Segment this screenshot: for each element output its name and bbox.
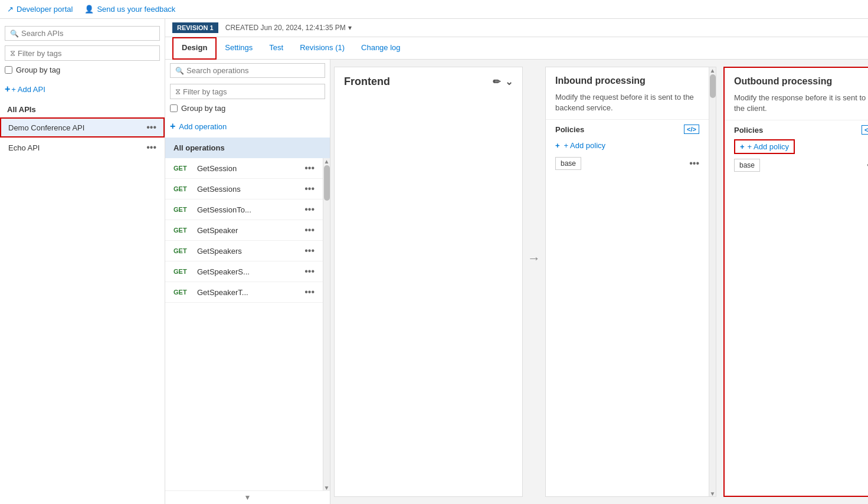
- scrollbar-thumb[interactable]: [324, 165, 330, 201]
- ops-item-getsessions[interactable]: GET GetSessions •••: [165, 179, 323, 199]
- inbound-scroll-down[interactable]: ▼: [710, 492, 716, 495]
- filter-by-tags-field[interactable]: ⧖: [5, 45, 160, 61]
- tab-change-log[interactable]: Change log: [353, 37, 409, 59]
- filter-tags-icon: ⧖: [10, 48, 15, 58]
- tab-test[interactable]: Test: [261, 37, 291, 59]
- sidebar-item-echo-api[interactable]: Echo API •••: [0, 138, 165, 158]
- ops-item-getspeakert[interactable]: GET GetSpeakerT... •••: [165, 282, 323, 303]
- ops-name-getsessionto: GetSessionTo...: [197, 205, 251, 214]
- ops-list: GET GetSession ••• GET GetSessions •••: [165, 158, 323, 490]
- search-apis-input[interactable]: [21, 29, 155, 38]
- filter-tags-input[interactable]: [18, 49, 155, 58]
- scrollbar-up-arrow[interactable]: ▲: [324, 159, 330, 163]
- add-op-icon: +: [170, 121, 175, 132]
- inbound-policy-dots[interactable]: •••: [689, 158, 699, 169]
- tab-revisions[interactable]: Revisions (1): [291, 37, 353, 59]
- inbound-add-policy-button[interactable]: + + Add policy: [555, 139, 699, 152]
- panels-area: Frontend ✏ ⌄ → Inbound processing: [330, 60, 868, 504]
- ops-menu-getsessions[interactable]: •••: [304, 184, 315, 194]
- outbound-base-tag[interactable]: base: [734, 159, 760, 172]
- frontend-chevron-icon[interactable]: ⌄: [505, 76, 513, 87]
- ops-method-getspeaker: GET: [173, 227, 191, 234]
- ops-menu-getsession[interactable]: •••: [304, 163, 315, 174]
- inbound-panel-inner: Inbound processing Modify the request be…: [546, 67, 709, 496]
- frontend-panel-header: Frontend ✏ ⌄: [335, 67, 522, 94]
- outbound-panel-desc: Modify the response before it is sent to…: [725, 93, 868, 120]
- search-operations-input[interactable]: [186, 66, 320, 75]
- ops-item-getsessionto[interactable]: GET GetSessionTo... •••: [165, 199, 323, 220]
- ops-method-getspeakers2: GET: [173, 268, 191, 275]
- sidebar-item-demo-conference-api[interactable]: Demo Conference API •••: [0, 117, 165, 138]
- revision-chevron-icon[interactable]: ▾: [348, 24, 352, 32]
- outbound-policies-header: Policies </>: [734, 125, 868, 135]
- group-by-tag-check[interactable]: [5, 66, 12, 74]
- developer-portal-link[interactable]: ↗ Developer portal: [7, 5, 73, 14]
- ops-menu-getspeakers[interactable]: •••: [304, 246, 315, 256]
- inbound-add-icon: +: [555, 141, 560, 150]
- ops-scroll-area: GET GetSession ••• GET GetSessions •••: [165, 158, 330, 490]
- inbound-panel-desc: Modify the request before it is sent to …: [546, 92, 709, 119]
- filter-ops-icon: ⧖: [175, 87, 181, 96]
- ops-item-getspeakers2[interactable]: GET GetSpeakerS... •••: [165, 261, 323, 282]
- echo-api-label: Echo API: [8, 143, 40, 152]
- all-apis-header: All APIs: [0, 102, 165, 117]
- ops-item-getspeakers[interactable]: GET GetSpeakers •••: [165, 241, 323, 261]
- frontend-panel: Frontend ✏ ⌄: [334, 67, 523, 497]
- ops-name-getsession: GetSession: [197, 164, 237, 173]
- inbound-base-tag[interactable]: base: [555, 157, 581, 170]
- revision-bar: REVISION 1 CREATED Jun 20, 2024, 12:41:3…: [165, 19, 868, 37]
- ops-item-getspeaker[interactable]: GET GetSpeaker •••: [165, 220, 323, 241]
- ops-menu-getsessionto[interactable]: •••: [304, 204, 315, 215]
- feedback-link[interactable]: 👤 Send us your feedback: [84, 5, 175, 14]
- all-operations-item[interactable]: All operations: [165, 138, 330, 158]
- tab-design[interactable]: Design: [172, 37, 217, 60]
- frontend-panel-icons: ✏ ⌄: [493, 76, 513, 87]
- tab-settings[interactable]: Settings: [217, 37, 261, 59]
- inbound-scrollbar[interactable]: ▲ ▼: [709, 67, 716, 496]
- ops-name-getsessions: GetSessions: [197, 185, 241, 194]
- add-api-button[interactable]: + + Add API: [5, 81, 160, 97]
- ops-scroll-down-indicator[interactable]: ▼: [165, 490, 330, 504]
- inbound-policies-section: Policies </> + + Add policy base •••: [546, 119, 709, 175]
- outbound-panel-header: Outbound processing: [725, 68, 868, 93]
- content-area: REVISION 1 CREATED Jun 20, 2024, 12:41:3…: [165, 19, 868, 504]
- ops-name-getspeaker: GetSpeaker: [197, 226, 238, 235]
- group-by-tag-checkbox[interactable]: Group by tag: [5, 66, 160, 74]
- ops-name-getspeakers: GetSpeakers: [197, 247, 242, 256]
- search-apis-field[interactable]: 🔍: [5, 26, 160, 41]
- demo-conference-api-menu-button[interactable]: •••: [146, 122, 156, 133]
- frontend-edit-icon[interactable]: ✏: [493, 76, 500, 87]
- ops-menu-getspeaker[interactable]: •••: [304, 225, 315, 235]
- ops-name-getspeakert: GetSpeakerT...: [197, 288, 248, 297]
- outbound-add-icon: +: [740, 142, 745, 151]
- ops-menu-getspeakert[interactable]: •••: [304, 287, 315, 297]
- outbound-add-policy-button[interactable]: + + Add policy: [734, 139, 795, 154]
- echo-api-menu-button[interactable]: •••: [146, 142, 156, 153]
- design-area: 🔍 ⧖ Group by tag + Add operation All ope…: [165, 60, 868, 504]
- inbound-scroll-up[interactable]: ▲: [710, 68, 716, 72]
- outbound-policy-row: base •••: [734, 159, 868, 172]
- sidebar: 🔍 ⧖ Group by tag + + Add API All APIs De…: [0, 19, 165, 504]
- arrow-frontend-inbound: →: [526, 251, 542, 266]
- inbound-scroll-thumb[interactable]: [710, 74, 716, 98]
- ops-scrollbar[interactable]: ▲ ▼: [323, 158, 330, 490]
- filter-ops-input[interactable]: [183, 87, 320, 96]
- operations-panel: 🔍 ⧖ Group by tag + Add operation All ope…: [165, 60, 330, 504]
- inbound-code-icon[interactable]: </>: [684, 125, 699, 134]
- inbound-policy-row: base •••: [555, 157, 699, 170]
- ops-method-getsession: GET: [173, 165, 191, 172]
- filter-ops-tags-field[interactable]: ⧖: [170, 84, 325, 99]
- add-operation-button[interactable]: + Add operation: [170, 119, 325, 134]
- inbound-panel-header: Inbound processing: [546, 67, 709, 92]
- add-api-icon: +: [5, 84, 10, 94]
- ops-scroll-down-chevron: ▼: [244, 493, 251, 502]
- ops-menu-getspeakers2[interactable]: •••: [304, 266, 315, 277]
- scrollbar-down-arrow[interactable]: ▼: [324, 486, 330, 489]
- ops-item-getsession[interactable]: GET GetSession •••: [165, 158, 323, 179]
- search-operations-field[interactable]: 🔍: [170, 63, 325, 78]
- outbound-code-icon[interactable]: </>: [862, 125, 868, 135]
- group-by-tag-ops-checkbox[interactable]: Group by tag: [170, 104, 325, 113]
- search-ops-icon: 🔍: [175, 67, 184, 75]
- top-bar: ↗ Developer portal 👤 Send us your feedba…: [0, 0, 868, 19]
- group-by-tag-ops-check[interactable]: [170, 104, 178, 112]
